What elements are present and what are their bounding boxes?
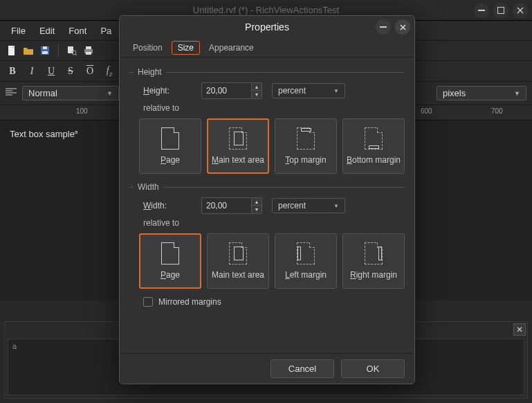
print-icon[interactable]	[82, 44, 95, 57]
width-unit-combo[interactable]: percent ▼	[272, 198, 345, 213]
dialog-tabs: Position Size Appearance	[120, 38, 414, 57]
paragraph-style-combo[interactable]: Normal ▼	[22, 86, 119, 100]
width-option-left-margin[interactable]: Left margin	[275, 233, 337, 289]
width-unit-value: percent	[278, 201, 306, 211]
height-option-main-text-area[interactable]: Main text area	[207, 118, 269, 174]
dialog-button-bar: Cancel OK	[120, 353, 414, 384]
svg-rect-11	[86, 46, 91, 49]
top-margin-icon	[297, 127, 315, 150]
italic-button[interactable]: I	[26, 66, 37, 77]
dialog-title: Properties	[245, 21, 289, 33]
bold-button[interactable]: B	[7, 66, 18, 77]
height-spin-up[interactable]: ▲	[252, 83, 262, 91]
svg-rect-5	[42, 51, 48, 54]
new-file-icon[interactable]	[6, 44, 18, 57]
ok-button[interactable]: OK	[341, 359, 405, 378]
width-option-main-text-area[interactable]: Main text area	[207, 233, 269, 289]
chevron-down-icon: ▼	[333, 203, 339, 209]
main-text-area-icon	[229, 127, 247, 150]
chevron-down-icon: ▼	[107, 90, 113, 97]
width-label: Width:	[143, 201, 192, 211]
width-spinner[interactable]: ▲ ▼	[201, 197, 262, 214]
chevron-down-icon: ▼	[333, 88, 339, 94]
main-text-area-icon	[229, 242, 247, 265]
height-spin-down[interactable]: ▼	[252, 91, 262, 98]
svg-rect-12	[86, 52, 91, 55]
main-maximize-button[interactable]	[493, 3, 508, 18]
mirrored-margins-label: Mirrored margins	[158, 297, 221, 307]
main-minimize-button[interactable]	[474, 3, 489, 18]
strikethrough-button[interactable]: S	[65, 66, 76, 77]
units-value: pixels	[443, 88, 466, 98]
units-combo[interactable]: pixels ▼	[437, 86, 526, 100]
svg-rect-6	[43, 46, 47, 49]
height-label: Height:	[143, 86, 192, 96]
dialog-minimize-button[interactable]	[376, 19, 391, 35]
ruler-tick: 600	[421, 107, 432, 115]
width-input[interactable]	[201, 197, 251, 214]
menu-font[interactable]: Font	[63, 24, 92, 37]
height-relative-label: relative to	[143, 103, 405, 113]
open-file-icon[interactable]	[22, 44, 35, 57]
main-window-title: Untitled.rvf (*) - RichViewActionsTest	[193, 5, 339, 15]
dialog-close-button[interactable]	[395, 19, 410, 35]
page-icon	[161, 127, 179, 150]
left-margin-icon	[297, 242, 315, 265]
align-left-icon[interactable]	[6, 88, 17, 98]
width-spin-down[interactable]: ▼	[252, 206, 262, 213]
width-options: Page Main text area Left margin Right ma…	[139, 233, 405, 289]
tab-appearance[interactable]: Appearance	[203, 41, 260, 55]
height-unit-value: percent	[278, 86, 306, 96]
menu-file[interactable]: File	[6, 24, 31, 37]
height-option-bottom-margin[interactable]: Bottom margin	[342, 118, 405, 174]
height-section-header: Height	[129, 67, 405, 77]
ruler-tick: 100	[76, 107, 88, 115]
save-file-icon[interactable]	[39, 44, 51, 57]
right-margin-icon	[365, 242, 383, 265]
height-options: Page Main text area Top margin Bottom ma…	[139, 118, 405, 174]
print-preview-icon[interactable]	[66, 44, 78, 57]
dialog-titlebar[interactable]: Properties	[120, 16, 414, 38]
width-relative-label: relative to	[143, 218, 405, 228]
overline-button[interactable]: O	[84, 66, 95, 77]
main-close-button[interactable]	[513, 3, 528, 18]
toolbar-separator	[58, 44, 59, 57]
properties-dialog: Properties Position Size Appearance Heig…	[119, 15, 415, 384]
tab-size[interactable]: Size	[172, 41, 200, 55]
font-function-button[interactable]: f2	[104, 65, 115, 78]
height-option-top-margin[interactable]: Top margin	[275, 118, 337, 174]
panel-close-button[interactable]: ✕	[513, 323, 526, 336]
height-unit-combo[interactable]: percent ▼	[272, 83, 345, 98]
textbox-sample[interactable]: Text box samplea	[10, 129, 77, 139]
bottom-margin-icon	[365, 127, 383, 150]
width-option-right-margin[interactable]: Right margin	[342, 233, 405, 289]
ruler-tick: 700	[491, 107, 503, 115]
cancel-button[interactable]: Cancel	[270, 359, 334, 378]
chevron-down-icon: ▼	[514, 90, 520, 97]
underline-button[interactable]: U	[46, 66, 57, 77]
width-spin-up[interactable]: ▲	[252, 198, 262, 206]
tab-position[interactable]: Position	[127, 41, 169, 55]
width-section-header: Width	[129, 182, 405, 192]
page-icon	[161, 242, 179, 265]
menu-truncated[interactable]: Pa	[95, 24, 117, 37]
height-input[interactable]	[201, 82, 251, 99]
paragraph-style-value: Normal	[28, 88, 57, 98]
svg-rect-7	[68, 46, 73, 53]
svg-line-9	[75, 54, 77, 55]
menu-edit[interactable]: Edit	[34, 24, 60, 37]
mirrored-margins-row[interactable]: Mirrored margins	[143, 297, 405, 307]
width-option-page[interactable]: Page	[139, 233, 201, 289]
mirrored-margins-checkbox[interactable]	[143, 297, 153, 307]
height-option-page[interactable]: Page	[139, 118, 201, 174]
height-spinner[interactable]: ▲ ▼	[201, 82, 262, 99]
